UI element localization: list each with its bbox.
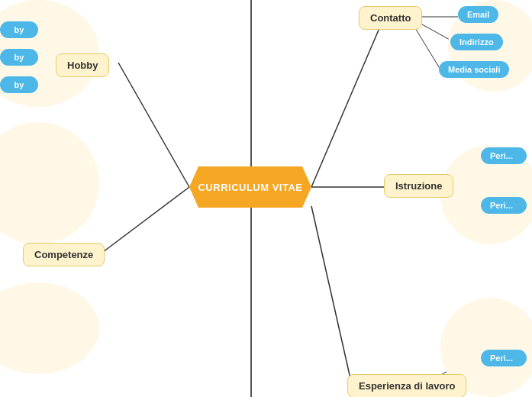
svg-line-4 (311, 206, 351, 382)
category-contatto[interactable]: Contatto (359, 6, 422, 30)
category-competenze[interactable]: Competenze (23, 243, 105, 266)
subnode-hobby-2[interactable]: by (0, 49, 38, 66)
center-node[interactable]: CURRICULUM VITAE (189, 166, 311, 208)
category-istruzione[interactable]: Istruzione (384, 174, 453, 198)
subnode-istruzione-1[interactable]: Peri... (481, 147, 527, 164)
category-esperienza[interactable]: Esperienza di lavoro (347, 374, 466, 397)
subnode-media-sociali[interactable]: Media sociali (439, 61, 509, 78)
blob-left-bottom (0, 282, 99, 374)
subnode-istruzione-2[interactable]: Peri... (481, 197, 527, 214)
svg-line-1 (103, 187, 189, 252)
category-hobby[interactable]: Hobby (56, 53, 109, 77)
mindmap-canvas: CURRICULUM VITAE Hobby Competenze Contat… (0, 0, 532, 397)
subnode-email[interactable]: Email (458, 6, 498, 23)
subnode-esperienza-1[interactable]: Peri... (481, 350, 527, 366)
subnode-indirizzo[interactable]: Indirizzo (450, 34, 503, 50)
subnode-hobby-3[interactable]: by (0, 76, 38, 93)
svg-line-0 (118, 63, 189, 187)
blob-left-mid (0, 122, 99, 244)
subnode-hobby-1[interactable]: by (0, 21, 38, 38)
svg-line-2 (311, 23, 382, 187)
